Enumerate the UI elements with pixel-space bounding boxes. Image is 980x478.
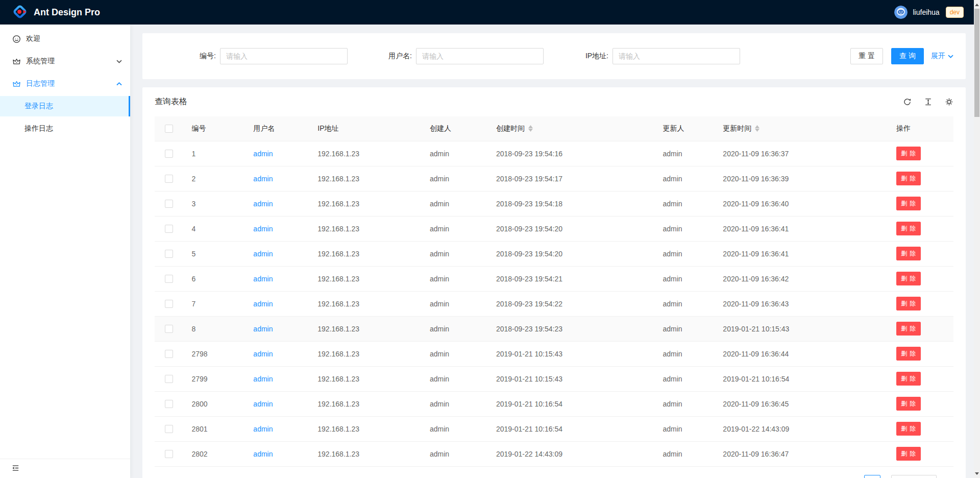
delete-button[interactable]: 删 除 — [896, 372, 921, 386]
cell-updater: admin — [654, 241, 715, 266]
cell-ip: 192.168.1.23 — [309, 416, 422, 441]
delete-button[interactable]: 删 除 — [896, 172, 921, 185]
cell-creator: admin — [422, 191, 488, 216]
cell-creator: admin — [422, 291, 488, 316]
username-link[interactable]: admin — [253, 175, 273, 183]
row-checkbox[interactable] — [165, 275, 173, 283]
username-link[interactable]: admin — [253, 425, 273, 433]
column-header-created-time[interactable]: 创建时间 — [488, 116, 655, 141]
username-link[interactable]: admin — [253, 225, 273, 233]
column-height-icon[interactable] — [924, 98, 933, 106]
cell-created-time: 2019-01-21 10:15:43 — [488, 341, 655, 366]
delete-button[interactable]: 删 除 — [896, 422, 921, 436]
row-checkbox[interactable] — [165, 375, 173, 383]
logo[interactable]: Ant Design Pro — [12, 4, 100, 21]
delete-button[interactable]: 删 除 — [896, 197, 921, 210]
delete-button[interactable]: 删 除 — [896, 272, 921, 285]
query-button[interactable]: 查 询 — [891, 48, 924, 64]
delete-button[interactable]: 删 除 — [896, 322, 921, 336]
sidebar-item-welcome[interactable]: 欢迎 — [0, 29, 130, 49]
cell-creator: admin — [422, 241, 488, 266]
sort-icons[interactable] — [528, 125, 533, 132]
expand-toggle[interactable]: 展开 — [931, 52, 953, 61]
reload-icon[interactable] — [903, 98, 912, 106]
user-name[interactable]: liufeihua — [913, 8, 939, 16]
username-input[interactable] — [416, 48, 544, 64]
row-checkbox[interactable] — [165, 325, 173, 333]
cell-updated-time: 2020-11-09 16:36:40 — [715, 191, 888, 216]
cell-updater: admin — [654, 266, 715, 291]
column-header-updater: 更新人 — [654, 116, 715, 141]
pagination-page-size-select[interactable] — [891, 475, 937, 478]
username-link[interactable]: admin — [253, 350, 273, 358]
row-checkbox[interactable] — [165, 175, 173, 183]
cell-id: 2802 — [183, 441, 245, 466]
cell-created-time: 2019-01-21 10:16:54 — [488, 416, 655, 441]
row-checkbox[interactable] — [165, 200, 173, 208]
user-avatar[interactable] — [894, 6, 908, 19]
cell-updated-time: 2020-11-09 16:36:44 — [715, 341, 888, 366]
column-header-creator: 创建人 — [422, 116, 488, 141]
cell-updated-time: 2020-11-09 16:36:41 — [715, 216, 888, 241]
table-row: 1 admin 192.168.1.23 admin 2018-09-23 19… — [155, 141, 953, 166]
ip-input[interactable] — [612, 48, 740, 64]
pagination — [155, 475, 953, 478]
scrollbar-up-arrow[interactable] — [974, 1, 980, 8]
cell-created-time: 2019-01-21 10:16:54 — [488, 391, 655, 416]
username-link[interactable]: admin — [253, 450, 273, 458]
id-input[interactable] — [220, 48, 348, 64]
cell-ip: 192.168.1.23 — [309, 316, 422, 341]
cell-id: 8 — [183, 316, 245, 341]
chevron-up-icon — [116, 82, 122, 86]
row-checkbox[interactable] — [165, 350, 173, 358]
pagination-current-page[interactable] — [864, 475, 880, 478]
sidebar-item-log-management[interactable]: 日志管理 — [0, 74, 130, 94]
cell-id: 2799 — [183, 366, 245, 391]
delete-button[interactable]: 删 除 — [896, 147, 921, 160]
username-link[interactable]: admin — [253, 300, 273, 308]
select-all-checkbox[interactable] — [165, 125, 173, 133]
username-link[interactable]: admin — [253, 375, 273, 383]
table-row: 5 admin 192.168.1.23 admin 2018-09-23 19… — [155, 241, 953, 266]
table-title: 查询表格 — [155, 97, 187, 107]
sidebar-item-operation-log[interactable]: 操作日志 — [0, 118, 130, 139]
delete-button[interactable]: 删 除 — [896, 447, 921, 461]
delete-button[interactable]: 删 除 — [896, 297, 921, 310]
reset-button[interactable]: 重 置 — [850, 48, 883, 64]
column-header-updated-time[interactable]: 更新时间 — [715, 116, 888, 141]
delete-button[interactable]: 删 除 — [896, 222, 921, 235]
username-link[interactable]: admin — [253, 275, 273, 283]
sidebar-item-login-log[interactable]: 登录日志 — [0, 96, 130, 116]
username-link[interactable]: admin — [253, 400, 273, 408]
delete-button[interactable]: 删 除 — [896, 397, 921, 411]
cell-updated-time: 2020-11-09 16:36:37 — [715, 141, 888, 166]
column-header-action: 操作 — [888, 116, 953, 141]
sidebar-item-system-management[interactable]: 系统管理 — [0, 51, 130, 71]
cell-created-time: 2018-09-23 19:54:17 — [488, 166, 655, 191]
table-row: 4 admin 192.168.1.23 admin 2018-09-23 19… — [155, 216, 953, 241]
username-link[interactable]: admin — [253, 250, 273, 258]
username-link[interactable]: admin — [253, 200, 273, 208]
delete-button[interactable]: 删 除 — [896, 347, 921, 361]
row-checkbox[interactable] — [165, 425, 173, 433]
delete-button[interactable]: 删 除 — [896, 247, 921, 260]
cell-updater: admin — [654, 416, 715, 441]
setting-icon[interactable] — [945, 98, 953, 106]
row-checkbox[interactable] — [165, 150, 173, 158]
username-link[interactable]: admin — [253, 325, 273, 333]
cell-updater: admin — [654, 366, 715, 391]
row-checkbox[interactable] — [165, 450, 173, 458]
cell-created-time: 2018-09-23 19:54:23 — [488, 316, 655, 341]
row-checkbox[interactable] — [165, 250, 173, 258]
sidebar-item-label: 系统管理 — [26, 57, 55, 66]
row-checkbox[interactable] — [165, 225, 173, 233]
menu-fold-icon[interactable] — [11, 464, 20, 474]
scrollbar-thumb[interactable] — [974, 9, 979, 117]
crown-icon — [12, 57, 21, 66]
row-checkbox[interactable] — [165, 400, 173, 408]
scrollbar-down-arrow[interactable] — [974, 470, 980, 477]
username-link[interactable]: admin — [253, 150, 273, 158]
browser-scrollbar[interactable] — [974, 0, 980, 478]
sort-icons[interactable] — [755, 125, 760, 132]
row-checkbox[interactable] — [165, 300, 173, 308]
